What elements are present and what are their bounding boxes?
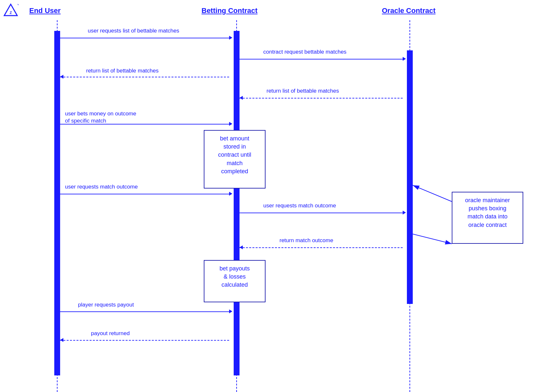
arrow-msg9 (60, 309, 232, 314)
active-bar-end-user (54, 31, 60, 375)
arrow-msg2 (240, 57, 406, 61)
arrow-msg7 (240, 211, 406, 215)
arrow-msg1 (60, 36, 232, 40)
actor-label-end-user: End User (29, 7, 61, 15)
note-bet-amount-text: bet amountstored incontract untilmatchco… (218, 135, 251, 175)
logo: Z ™ (3, 3, 19, 19)
arrow-msg3 (60, 75, 232, 79)
diagram-container: Z ™ End User Betting Contract Oracle Con… (0, 0, 559, 392)
arrow-label-msg10: payout returned (91, 330, 130, 337)
note-oracle-maintainer-text: oracle maintainerpushes boxingmatch data… (465, 197, 510, 228)
note-bet-amount: bet amountstored incontract untilmatchco… (204, 130, 266, 189)
svg-line-5 (413, 234, 452, 244)
arrow-label-msg7: user requests match outcome (263, 203, 336, 209)
arrow-msg4 (240, 96, 406, 100)
note-bet-payouts: bet payouts& lossescalculated (204, 260, 266, 302)
svg-text:Z: Z (10, 11, 12, 15)
arrow-label-msg4: return list of bettable matches (266, 88, 339, 94)
arrow-msg6 (60, 192, 232, 196)
svg-text:™: ™ (17, 4, 19, 7)
active-bar-oracle-contract (407, 50, 413, 304)
note-oracle-maintainer: oracle maintainerpushes boxingmatch data… (452, 192, 523, 244)
arrow-label-msg5a: user bets money on outcome (65, 111, 136, 117)
arrow-label-msg5b: of specific match (65, 118, 106, 124)
svg-line-4 (413, 185, 452, 202)
actor-label-oracle-contract: Oracle Contract (382, 7, 436, 15)
arrow-msg8 (240, 245, 406, 250)
arrow-label-msg3: return list of bettable matches (86, 68, 159, 74)
actor-label-betting-contract: Betting Contract (202, 7, 257, 15)
arrow-msg10 (60, 338, 232, 343)
active-bar-betting-contract (234, 31, 240, 375)
arrow-label-msg9: player requests payout (78, 302, 134, 308)
arrow-label-msg6: user requests match outcome (65, 184, 138, 190)
arrow-label-msg2: contract request bettable matches (263, 49, 346, 55)
note-bet-payouts-text: bet payouts& lossescalculated (219, 265, 250, 288)
arrow-label-msg8: return match outcome (280, 237, 333, 244)
arrow-label-msg1: user requests list of bettable matches (88, 28, 179, 34)
